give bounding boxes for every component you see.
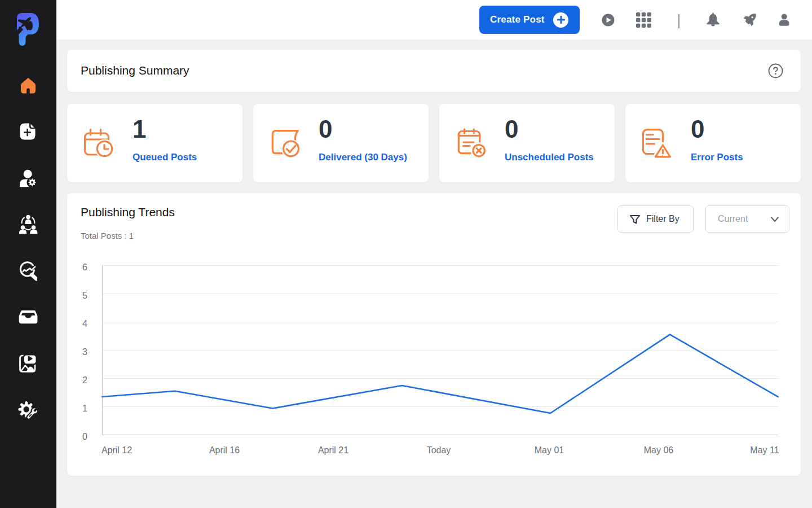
svg-text:April 12: April 12 <box>102 445 132 455</box>
svg-text:April 21: April 21 <box>318 445 348 455</box>
svg-text:April 16: April 16 <box>209 445 240 455</box>
svg-text:4: 4 <box>82 319 87 329</box>
svg-text:May 01: May 01 <box>535 445 564 455</box>
svg-text:Today: Today <box>427 445 451 455</box>
svg-text:6: 6 <box>82 262 87 272</box>
svg-text:May 06: May 06 <box>644 445 674 455</box>
svg-text:5: 5 <box>82 291 87 300</box>
svg-text:1: 1 <box>82 404 87 413</box>
svg-text:0: 0 <box>82 432 87 441</box>
svg-text:May 11: May 11 <box>750 445 779 455</box>
svg-text:3: 3 <box>82 347 87 357</box>
svg-text:2: 2 <box>82 375 87 385</box>
